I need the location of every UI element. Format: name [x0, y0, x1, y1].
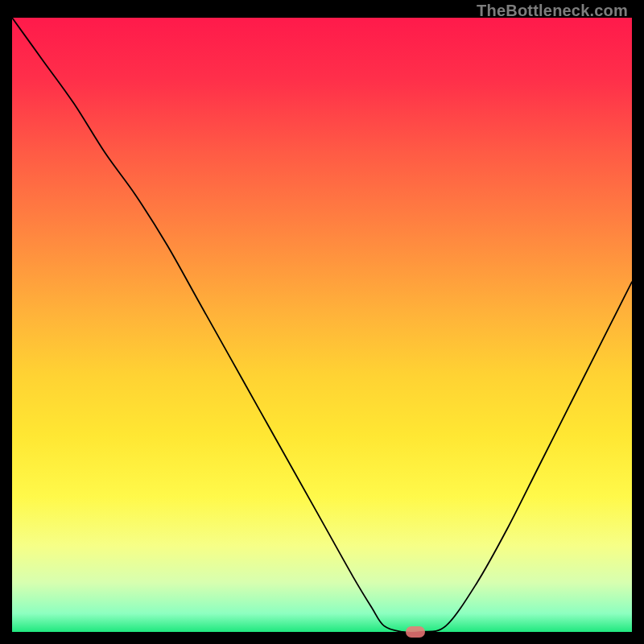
chart-frame	[12, 18, 632, 632]
gradient-rect	[12, 18, 632, 632]
chart-background	[12, 18, 632, 632]
optimal-marker	[406, 626, 425, 638]
